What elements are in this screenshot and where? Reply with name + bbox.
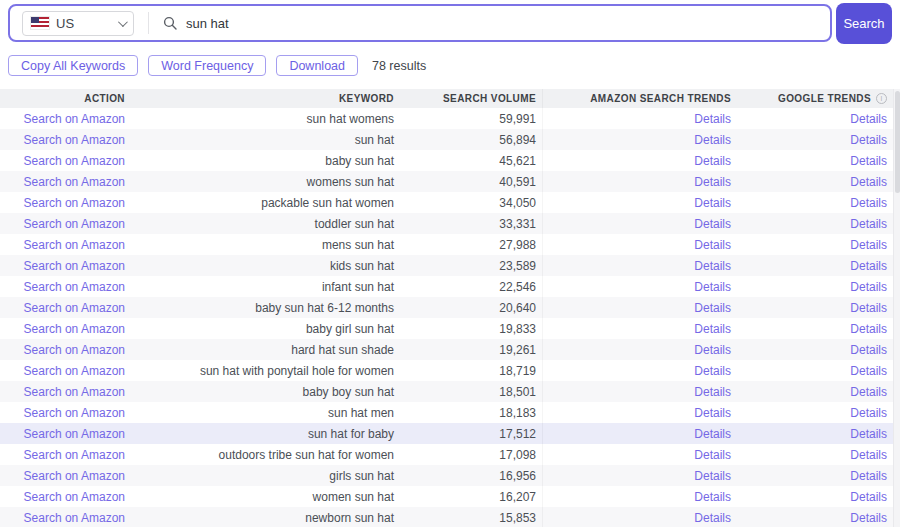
amazon-trends-details-link[interactable]: Details [694, 112, 731, 126]
keyword-cell: outdoors tribe sun hat for women [131, 444, 400, 465]
amazon-trends-details-link[interactable]: Details [694, 322, 731, 336]
amazon-trends-details-link[interactable]: Details [694, 364, 731, 378]
vertical-scrollbar[interactable] [893, 89, 900, 527]
amazon-trends-details-link[interactable]: Details [694, 175, 731, 189]
amazon-trends-details-link[interactable]: Details [694, 343, 731, 357]
search-on-amazon-link[interactable]: Search on Amazon [24, 154, 125, 168]
amazon-trends-details-link[interactable]: Details [694, 490, 731, 504]
google-trends-details-link[interactable]: Details [850, 175, 887, 189]
amazon-trends-details-link[interactable]: Details [694, 196, 731, 210]
word-frequency-button[interactable]: Word Frequency [148, 55, 266, 76]
keyword-cell: baby boy sun hat [131, 381, 400, 402]
table-row: Search on Amazonsun hat56,894DetailsDeta… [0, 129, 893, 150]
google-trends-details-link[interactable]: Details [850, 469, 887, 483]
google-trends-cell: Details [737, 360, 893, 381]
amazon-trends-details-link[interactable]: Details [694, 133, 731, 147]
google-trends-details-link[interactable]: Details [850, 322, 887, 336]
search-on-amazon-link[interactable]: Search on Amazon [24, 427, 125, 441]
search-on-amazon-link[interactable]: Search on Amazon [24, 511, 125, 525]
magnifier-icon [163, 16, 177, 30]
search-volume-text: 56,894 [499, 133, 536, 147]
google-trends-details-link[interactable]: Details [850, 301, 887, 315]
google-trends-details-link[interactable]: Details [850, 406, 887, 420]
search-button[interactable]: Search [836, 3, 892, 44]
search-volume-text: 17,512 [499, 427, 536, 441]
amazon-trends-cell: Details [543, 339, 737, 360]
keyword-text: sun hat for baby [308, 427, 394, 441]
google-trends-details-link[interactable]: Details [850, 490, 887, 504]
google-trends-details-link[interactable]: Details [850, 511, 887, 525]
search-on-amazon-link[interactable]: Search on Amazon [24, 385, 125, 399]
copy-all-keywords-button[interactable]: Copy All Keywords [8, 55, 138, 76]
search-on-amazon-link[interactable]: Search on Amazon [24, 112, 125, 126]
amazon-trends-details-link[interactable]: Details [694, 385, 731, 399]
search-volume-text: 16,956 [499, 469, 536, 483]
search-on-amazon-link[interactable]: Search on Amazon [24, 322, 125, 336]
search-on-amazon-link[interactable]: Search on Amazon [24, 133, 125, 147]
amazon-trends-cell: Details [543, 234, 737, 255]
search-on-amazon-link[interactable]: Search on Amazon [24, 448, 125, 462]
search-on-amazon-link[interactable]: Search on Amazon [24, 280, 125, 294]
action-cell: Search on Amazon [0, 402, 131, 423]
header-action: ACTION [0, 89, 131, 108]
search-on-amazon-link[interactable]: Search on Amazon [24, 301, 125, 315]
search-on-amazon-link[interactable]: Search on Amazon [24, 259, 125, 273]
table-row: Search on Amazonsun hat men18,183Details… [0, 402, 893, 423]
search-volume-cell: 45,621 [400, 150, 543, 171]
amazon-trends-details-link[interactable]: Details [694, 427, 731, 441]
google-trends-details-link[interactable]: Details [850, 448, 887, 462]
search-on-amazon-link[interactable]: Search on Amazon [24, 217, 125, 231]
amazon-trends-details-link[interactable]: Details [694, 406, 731, 420]
amazon-trends-details-link[interactable]: Details [694, 259, 731, 273]
info-icon[interactable]: i [876, 93, 887, 104]
search-volume-text: 22,546 [499, 280, 536, 294]
amazon-trends-details-link[interactable]: Details [694, 238, 731, 252]
amazon-trends-details-link[interactable]: Details [694, 448, 731, 462]
search-on-amazon-link[interactable]: Search on Amazon [24, 364, 125, 378]
search-volume-text: 40,591 [499, 175, 536, 189]
search-volume-cell: 23,589 [400, 255, 543, 276]
google-trends-details-link[interactable]: Details [850, 133, 887, 147]
google-trends-details-link[interactable]: Details [850, 364, 887, 378]
search-on-amazon-link[interactable]: Search on Amazon [24, 406, 125, 420]
google-trends-cell: Details [737, 255, 893, 276]
search-on-amazon-link[interactable]: Search on Amazon [24, 343, 125, 357]
country-select[interactable]: US [22, 11, 134, 36]
amazon-trends-cell: Details [543, 402, 737, 423]
google-trends-details-link[interactable]: Details [850, 427, 887, 441]
search-on-amazon-link[interactable]: Search on Amazon [24, 238, 125, 252]
google-trends-details-link[interactable]: Details [850, 112, 887, 126]
google-trends-details-link[interactable]: Details [850, 196, 887, 210]
amazon-trends-details-link[interactable]: Details [694, 301, 731, 315]
google-trends-details-link[interactable]: Details [850, 217, 887, 231]
search-on-amazon-link[interactable]: Search on Amazon [24, 469, 125, 483]
search-on-amazon-link[interactable]: Search on Amazon [24, 196, 125, 210]
google-trends-details-link[interactable]: Details [850, 238, 887, 252]
google-trends-cell: Details [737, 150, 893, 171]
amazon-trends-cell: Details [543, 318, 737, 339]
amazon-trends-details-link[interactable]: Details [694, 154, 731, 168]
amazon-trends-details-link[interactable]: Details [694, 217, 731, 231]
google-trends-cell: Details [737, 402, 893, 423]
google-trends-details-link[interactable]: Details [850, 343, 887, 357]
keyword-cell: women sun hat [131, 486, 400, 507]
amazon-trends-details-link[interactable]: Details [694, 280, 731, 294]
scrollbar-thumb[interactable] [895, 91, 900, 193]
download-button[interactable]: Download [276, 55, 358, 76]
table-row: Search on Amazonwomen sun hat16,207Detai… [0, 486, 893, 507]
search-on-amazon-link[interactable]: Search on Amazon [24, 175, 125, 189]
google-trends-details-link[interactable]: Details [850, 385, 887, 399]
search-input[interactable]: sun hat [186, 16, 229, 31]
keyword-cell: kids sun hat [131, 255, 400, 276]
keyword-cell: infant sun hat [131, 276, 400, 297]
header-google-trends-label: GOOGLE TRENDS [778, 93, 871, 104]
header-keyword: KEYWORD [131, 89, 400, 108]
google-trends-details-link[interactable]: Details [850, 259, 887, 273]
google-trends-details-link[interactable]: Details [850, 280, 887, 294]
table-row: Search on Amazonoutdoors tribe sun hat f… [0, 444, 893, 465]
table-row: Search on Amazonbaby sun hat45,621Detail… [0, 150, 893, 171]
google-trends-details-link[interactable]: Details [850, 154, 887, 168]
amazon-trends-details-link[interactable]: Details [694, 469, 731, 483]
search-on-amazon-link[interactable]: Search on Amazon [24, 490, 125, 504]
amazon-trends-details-link[interactable]: Details [694, 511, 731, 525]
